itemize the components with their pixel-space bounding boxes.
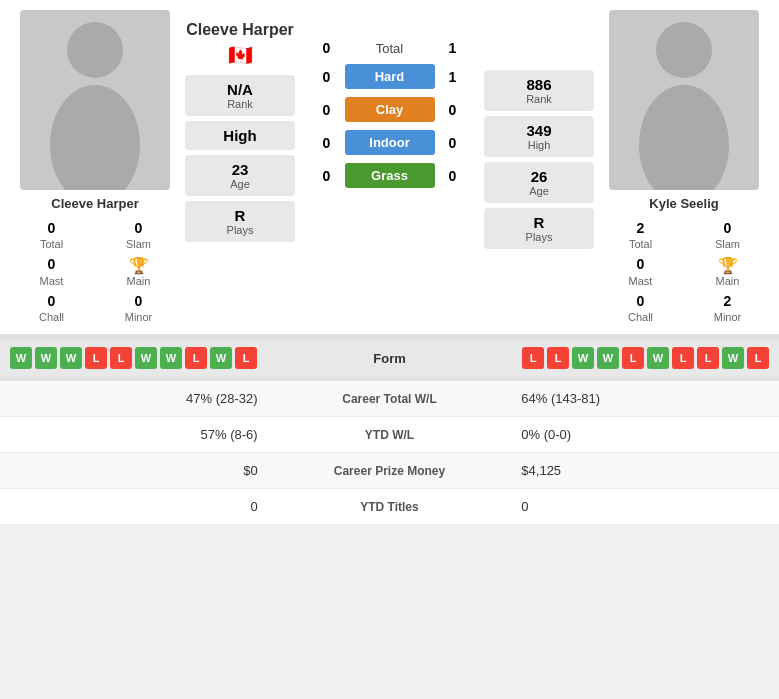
stats-p2-val: 64% (143-81) (506, 381, 779, 417)
form-badges-p2: LLWWLWLLWL (440, 347, 770, 369)
form-badge: L (672, 347, 694, 369)
p1-slam: 0 Slam (97, 219, 180, 251)
p1-high-box: High (185, 121, 295, 150)
main-container: Cleeve Harper 0 Total 0 Slam 0 Mast 🏆 Ma… (0, 0, 779, 525)
p2-trophy-main: 🏆 Main (686, 255, 769, 287)
form-badge: W (597, 347, 619, 369)
form-badge: W (135, 347, 157, 369)
form-badge: L (522, 347, 544, 369)
clay-row: 0 Clay 0 (317, 97, 463, 122)
p1-plays-box: R Plays (185, 201, 295, 242)
stats-label: Career Total W/L (273, 381, 507, 417)
p1-minor: 0 Minor (97, 292, 180, 324)
p2-chall: 0 Chall (599, 292, 682, 324)
stats-p1-val: $0 (0, 453, 273, 489)
indoor-btn: Indoor (345, 130, 435, 155)
stats-p2-val: 0% (0-0) (506, 417, 779, 453)
form-badge: W (647, 347, 669, 369)
total-row: 0 Total 1 (317, 40, 463, 56)
p1-trophy-main: 🏆 Main (97, 255, 180, 287)
player2-avatar (609, 10, 759, 190)
svg-point-0 (67, 22, 123, 78)
trophy-icon-p2: 🏆 (718, 256, 738, 275)
player2-name: Kyle Seelig (649, 196, 718, 211)
stats-table: 47% (28-32) Career Total W/L 64% (143-81… (0, 381, 779, 525)
form-badge: L (85, 347, 107, 369)
p2-high-box: 349 High (484, 116, 594, 157)
form-badge: L (697, 347, 719, 369)
stats-row: $0 Career Prize Money $4,125 (0, 453, 779, 489)
form-badge: L (110, 347, 132, 369)
player1-middle-stats: Cleeve Harper 🇨🇦 N/A Rank High 23 Age R … (185, 10, 295, 324)
p1-rank-box: N/A Rank (185, 75, 295, 116)
p2-age-box: 26 Age (484, 162, 594, 203)
stats-p2-val: $4,125 (506, 453, 779, 489)
svg-point-3 (639, 85, 729, 190)
stats-label: YTD Titles (273, 489, 507, 525)
stats-row: 57% (8-6) YTD W/L 0% (0-0) (0, 417, 779, 453)
player1-header: Cleeve Harper 🇨🇦 (186, 20, 294, 67)
grass-btn: Grass (345, 163, 435, 188)
p2-slam: 0 Slam (686, 219, 769, 251)
form-badge: W (722, 347, 744, 369)
stats-label: Career Prize Money (273, 453, 507, 489)
form-badge: L (622, 347, 644, 369)
player1-avatar (20, 10, 170, 190)
hard-btn: Hard (345, 64, 435, 89)
stats-row: 0 YTD Titles 0 (0, 489, 779, 525)
p1-chall: 0 Chall (10, 292, 93, 324)
player1-stats: 0 Total 0 Slam 0 Mast 🏆 Main 0 Chall (10, 219, 180, 324)
form-section: WWWLLWWLWL Form LLWWLWLLWL (0, 338, 779, 377)
clay-btn: Clay (345, 97, 435, 122)
form-badge: W (572, 347, 594, 369)
stats-p2-val: 0 (506, 489, 779, 525)
hard-row: 0 Hard 1 (317, 64, 463, 89)
stats-p1-val: 47% (28-32) (0, 381, 273, 417)
form-badge: W (160, 347, 182, 369)
form-badge: W (210, 347, 232, 369)
stats-p1-val: 57% (8-6) (0, 417, 273, 453)
form-badge: W (10, 347, 32, 369)
stats-row: 47% (28-32) Career Total W/L 64% (143-81… (0, 381, 779, 417)
p2-minor: 2 Minor (686, 292, 769, 324)
stats-p1-val: 0 (0, 489, 273, 525)
center-scores: 0 Total 1 0 Hard 1 0 Clay 0 0 Indoor 0 0 (300, 10, 479, 324)
player2-card: Kyle Seelig 2 Total 0 Slam 0 Mast 🏆 Main (599, 10, 769, 324)
p2-plays-box: R Plays (484, 208, 594, 249)
p2-mast: 0 Mast (599, 255, 682, 287)
form-badge: L (747, 347, 769, 369)
form-badge: L (547, 347, 569, 369)
player2-middle-stats: 886 Rank 349 High 26 Age R Plays (484, 10, 594, 324)
player1-card: Cleeve Harper 0 Total 0 Slam 0 Mast 🏆 Ma… (10, 10, 180, 324)
player1-name: Cleeve Harper (51, 196, 138, 211)
player-section: Cleeve Harper 0 Total 0 Slam 0 Mast 🏆 Ma… (0, 0, 779, 334)
indoor-row: 0 Indoor 0 (317, 130, 463, 155)
svg-point-2 (656, 22, 712, 78)
p2-total: 2 Total (599, 219, 682, 251)
form-label: Form (350, 351, 430, 366)
player2-stats: 2 Total 0 Slam 0 Mast 🏆 Main 0 Chall (599, 219, 769, 324)
form-badges-p1: WWWLLWWLWL (10, 347, 340, 369)
p1-total: 0 Total (10, 219, 93, 251)
p2-rank-box: 886 Rank (484, 70, 594, 111)
form-badge: W (60, 347, 82, 369)
trophy-icon-p1: 🏆 (129, 256, 149, 275)
p1-age-box: 23 Age (185, 155, 295, 196)
form-badge: L (235, 347, 257, 369)
form-badge: W (35, 347, 57, 369)
grass-row: 0 Grass 0 (317, 163, 463, 188)
p1-mast: 0 Mast (10, 255, 93, 287)
svg-point-1 (50, 85, 140, 190)
stats-label: YTD W/L (273, 417, 507, 453)
form-badge: L (185, 347, 207, 369)
